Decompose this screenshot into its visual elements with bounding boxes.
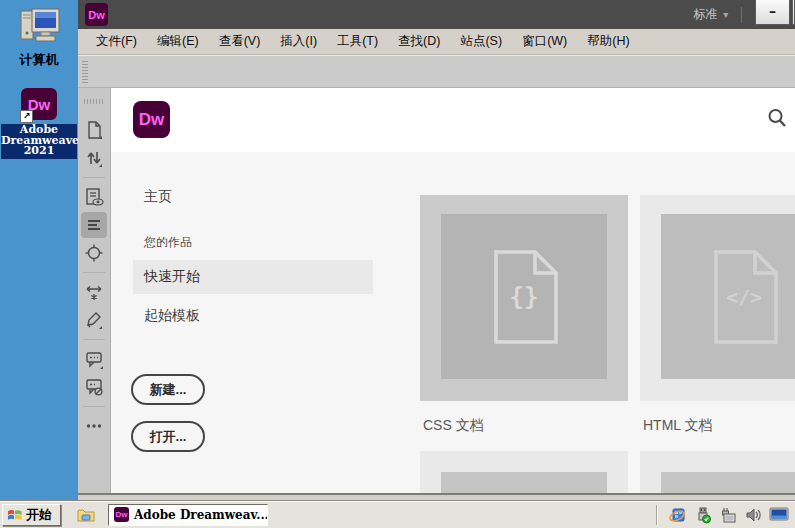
card-html-document[interactable]: </> bbox=[640, 195, 795, 401]
folder-icon bbox=[77, 507, 96, 523]
document-toolbar-strip bbox=[78, 55, 795, 88]
minimize-button[interactable]: – bbox=[755, 0, 790, 25]
titlebar-divider bbox=[741, 7, 742, 23]
code-brush-icon bbox=[83, 309, 105, 331]
desktop-icon-dreamweaver-label: Adobe Dreamweaver 2021 bbox=[1, 124, 77, 159]
expand-all-button[interactable] bbox=[81, 279, 107, 305]
new-button[interactable]: 新建... bbox=[131, 374, 205, 405]
windows-flag-icon bbox=[7, 508, 23, 522]
desktop-icon-computer[interactable]: 计算机 bbox=[0, 6, 78, 69]
taskbar-task-dreamweaver[interactable]: Dw Adobe Dreamweav... bbox=[108, 504, 268, 526]
windows-update-tray-icon[interactable] bbox=[669, 506, 687, 524]
tray-divider bbox=[656, 505, 658, 525]
card-html-label: HTML 文档 bbox=[643, 417, 712, 435]
window-bottom-frame bbox=[78, 493, 795, 500]
menu-help[interactable]: 帮助(H) bbox=[577, 33, 639, 50]
get-put-arrows-icon bbox=[83, 147, 105, 169]
titlebar-app-icon: Dw bbox=[85, 3, 108, 26]
new-file-button[interactable] bbox=[81, 117, 107, 143]
common-toolbar bbox=[78, 88, 111, 493]
nav-your-work: 您的作品 bbox=[144, 234, 192, 251]
desktop-icon-dreamweaver[interactable]: Dw ↗ Adobe Dreamweaver 2021 bbox=[0, 88, 78, 159]
live-view-options-button[interactable] bbox=[81, 184, 107, 210]
document-eye-icon bbox=[83, 186, 105, 208]
toolbar-separator bbox=[83, 272, 105, 273]
ellipsis-icon bbox=[83, 415, 105, 437]
toolbar-grip-handle[interactable] bbox=[84, 99, 104, 104]
toolbar-separator bbox=[83, 406, 105, 407]
desktop-icon-computer-label: 计算机 bbox=[0, 51, 78, 69]
start-button[interactable]: 开始 bbox=[2, 504, 61, 526]
welcome-dw-logo: Dw bbox=[133, 101, 170, 138]
usb-safely-remove-icon[interactable] bbox=[694, 506, 712, 524]
open-button[interactable]: 打开... bbox=[131, 421, 205, 452]
toolbar-separator bbox=[83, 177, 105, 178]
card-partial[interactable] bbox=[420, 451, 628, 493]
html-document-icon: </> bbox=[700, 247, 788, 347]
welcome-header: Dw bbox=[111, 88, 795, 152]
menu-edit[interactable]: 编辑(E) bbox=[147, 33, 209, 50]
menu-insert[interactable]: 插入(I) bbox=[270, 33, 327, 50]
menu-tools[interactable]: 工具(T) bbox=[327, 33, 388, 50]
menubar: 文件(F) 编辑(E) 查看(V) 插入(I) 工具(T) 查找(D) 站点(S… bbox=[78, 29, 795, 55]
chevron-down-icon: ▾ bbox=[723, 9, 728, 20]
volume-tray-icon[interactable] bbox=[744, 506, 762, 524]
text-lines-icon bbox=[83, 214, 105, 236]
welcome-screen: Dw 主页 您的作品 快速开始 起始模板 新建... 打开... bbox=[111, 88, 795, 493]
system-tray bbox=[656, 505, 795, 525]
file-management-button[interactable] bbox=[81, 145, 107, 171]
workspace-switcher[interactable]: 标准 bbox=[693, 6, 717, 23]
apply-comment-button[interactable] bbox=[81, 346, 107, 372]
display-tray-icon[interactable] bbox=[769, 506, 789, 523]
toolbar-grip-handle[interactable] bbox=[82, 61, 88, 84]
nav-quick-start[interactable]: 快速开始 bbox=[133, 260, 373, 294]
menu-window[interactable]: 窗口(W) bbox=[512, 33, 577, 50]
more-options-button[interactable] bbox=[81, 413, 107, 439]
shortcut-arrow-icon: ↗ bbox=[20, 110, 33, 123]
search-icon[interactable] bbox=[765, 106, 789, 130]
start-button-label: 开始 bbox=[26, 506, 52, 524]
expand-arrow-asterisk-icon bbox=[83, 281, 105, 303]
format-indent-button[interactable] bbox=[81, 212, 107, 238]
nav-starter-templates[interactable]: 起始模板 bbox=[144, 307, 200, 325]
quick-launch-explorer[interactable] bbox=[77, 507, 96, 523]
taskbar-dw-icon: Dw bbox=[114, 507, 129, 522]
menu-find[interactable]: 查找(D) bbox=[388, 33, 450, 50]
taskbar: 开始 Dw Adobe Dreamweav... bbox=[0, 500, 795, 528]
dreamweaver-window: Dw 标准 ▾ ⚙⇅ – 文件(F) 编辑(E) 查看(V) 插入(I) 工具(… bbox=[78, 0, 795, 500]
css-document-icon: {} bbox=[480, 247, 568, 347]
nav-home[interactable]: 主页 bbox=[144, 188, 172, 206]
card-css-document[interactable]: {} bbox=[420, 195, 628, 401]
network-tray-icon[interactable] bbox=[719, 506, 737, 524]
card-css-label: CSS 文档 bbox=[423, 417, 484, 435]
menu-view[interactable]: 查看(V) bbox=[209, 33, 271, 50]
menu-file[interactable]: 文件(F) bbox=[86, 33, 147, 50]
format-source-code-button[interactable] bbox=[81, 307, 107, 333]
remove-comment-button[interactable] bbox=[81, 374, 107, 400]
comment-bubble-icon bbox=[83, 348, 105, 370]
taskbar-task-label: Adobe Dreamweav... bbox=[134, 508, 268, 522]
guides-button[interactable] bbox=[81, 240, 107, 266]
menu-site[interactable]: 站点(S) bbox=[450, 33, 512, 50]
my-computer-icon bbox=[17, 6, 61, 48]
new-file-icon bbox=[83, 119, 105, 141]
card-partial[interactable] bbox=[640, 451, 795, 493]
target-crosshair-icon bbox=[83, 242, 105, 264]
toolbar-separator bbox=[83, 339, 105, 340]
comment-remove-icon bbox=[83, 376, 105, 398]
titlebar[interactable]: Dw 标准 ▾ ⚙⇅ – bbox=[78, 0, 795, 29]
